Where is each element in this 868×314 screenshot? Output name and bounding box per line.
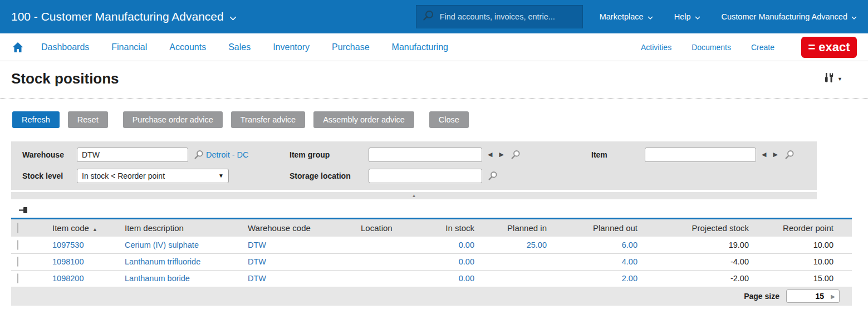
- col-reorder-point[interactable]: Reorder point: [749, 219, 833, 237]
- nav-item-purchase[interactable]: Purchase: [332, 42, 370, 52]
- warehouse-search-icon[interactable]: [194, 150, 204, 160]
- row-checkbox[interactable]: [17, 240, 18, 250]
- reorder-point-cell: 10.00: [749, 253, 833, 270]
- item-label: Item: [579, 150, 645, 159]
- stock-positions-page: 100 - Customer Manufacturing Advanced Ma…: [0, 0, 868, 314]
- item-group-next-icon[interactable]: ▶: [499, 151, 503, 158]
- exact-logo-equals: =: [808, 40, 815, 55]
- grid-footer: Page size ▶: [11, 287, 852, 306]
- row-select-cell: [11, 253, 41, 270]
- planned-out-link[interactable]: 4.00: [547, 253, 637, 270]
- assembly-order-advice-button[interactable]: Assembly order advice: [313, 111, 414, 128]
- projected-stock-cell: 19.00: [637, 237, 749, 253]
- reorder-point-cell: 15.00: [749, 270, 833, 287]
- nav-item-create[interactable]: Create: [751, 43, 774, 52]
- location-cell: [334, 253, 406, 270]
- col-planned-in[interactable]: Planned in: [474, 219, 547, 237]
- chevron-down-icon: [229, 10, 237, 23]
- title-bar: Stock positions ▼: [0, 61, 868, 99]
- row-select-cell: [11, 270, 41, 287]
- menu-marketplace-label: Marketplace: [600, 12, 644, 21]
- planned-in-link[interactable]: [474, 270, 547, 287]
- nav-item-activities[interactable]: Activities: [641, 43, 671, 52]
- projected-stock-cell: -4.00: [637, 253, 749, 270]
- reset-button[interactable]: Reset: [68, 111, 108, 128]
- menu-help[interactable]: Help: [674, 12, 700, 21]
- in-stock-link[interactable]: 0.00: [406, 237, 474, 253]
- home-icon[interactable]: [11, 41, 26, 54]
- col-item-code[interactable]: Item code▲: [41, 219, 114, 237]
- menu-user-company-label: Customer Manufacturing Advanced: [722, 12, 848, 21]
- filter-item: Item ◀ ▶: [579, 147, 817, 162]
- filter-panel: Warehouse Detroit - DC Item group ◀ ▶ It…: [11, 141, 817, 190]
- nav-item-dashboards[interactable]: Dashboards: [41, 42, 89, 52]
- item-group-label: Item group: [290, 150, 369, 159]
- company-selector[interactable]: 100 - Customer Manufacturing Advanced: [11, 10, 237, 23]
- item-description-link[interactable]: Lanthanum boride: [114, 270, 237, 287]
- nav-item-accounts[interactable]: Accounts: [169, 42, 206, 52]
- chevron-down-icon: [648, 12, 653, 21]
- page-size-next-icon[interactable]: ▶: [831, 293, 835, 300]
- item-description-link[interactable]: Lanthanum trifluoride: [114, 253, 237, 270]
- close-button[interactable]: Close: [429, 111, 469, 128]
- select-all-checkbox[interactable]: [17, 223, 18, 233]
- global-search-box[interactable]: [416, 5, 583, 28]
- col-planned-out[interactable]: Planned out: [547, 219, 637, 237]
- col-location[interactable]: Location: [334, 219, 406, 237]
- item-code-link[interactable]: 1097530: [41, 237, 114, 253]
- warehouse-code-link[interactable]: DTW: [237, 270, 334, 287]
- collapse-filters-bar[interactable]: ▲: [11, 192, 817, 199]
- item-code-link[interactable]: 1098200: [41, 270, 114, 287]
- item-search-icon[interactable]: [784, 150, 795, 160]
- row-checkbox[interactable]: [17, 257, 18, 267]
- refresh-button[interactable]: Refresh: [12, 111, 60, 128]
- tools-icon: [823, 72, 834, 85]
- warehouse-description-link[interactable]: Detroit - DC: [206, 150, 249, 159]
- item-group-input[interactable]: [369, 148, 482, 162]
- page-size-input[interactable]: [791, 292, 824, 301]
- planned-out-link[interactable]: 2.00: [547, 270, 637, 287]
- col-in-stock[interactable]: In stock: [406, 219, 474, 237]
- planned-out-link[interactable]: 6.00: [547, 237, 637, 253]
- warehouse-code-link[interactable]: DTW: [237, 253, 334, 270]
- customize-menu-button[interactable]: ▼: [823, 72, 857, 85]
- pin-icon[interactable]: [19, 206, 28, 216]
- col-warehouse-code[interactable]: Warehouse code: [237, 219, 334, 237]
- filter-warehouse: Warehouse Detroit - DC: [11, 147, 290, 162]
- menu-marketplace[interactable]: Marketplace: [600, 12, 653, 21]
- nav-item-sales[interactable]: Sales: [228, 42, 251, 52]
- select-all-cell: [11, 219, 41, 237]
- stock-level-select[interactable]: In stock < Reorder point ▼: [77, 169, 229, 183]
- item-group-prev-icon[interactable]: ◀: [488, 151, 492, 158]
- row-checkbox[interactable]: [17, 273, 18, 283]
- warehouse-input[interactable]: [77, 148, 188, 162]
- caret-down-icon: ▼: [837, 76, 842, 82]
- col-item-description[interactable]: Item description: [114, 219, 237, 237]
- filter-item-group: Item group ◀ ▶: [290, 147, 579, 162]
- item-description-link[interactable]: Cerium (IV) sulphate: [114, 237, 237, 253]
- search-input[interactable]: [440, 12, 577, 21]
- storage-location-input[interactable]: [369, 169, 482, 183]
- col-projected-stock[interactable]: Projected stock: [637, 219, 749, 237]
- in-stock-link[interactable]: 0.00: [406, 253, 474, 270]
- row-spacer: [833, 270, 852, 287]
- row-spacer: [833, 253, 852, 270]
- warehouse-code-link[interactable]: DTW: [237, 237, 334, 253]
- transfer-advice-button[interactable]: Transfer advice: [231, 111, 305, 128]
- planned-in-link[interactable]: [474, 253, 547, 270]
- storage-location-search-icon[interactable]: [488, 171, 498, 181]
- filter-stock-level: Stock level In stock < Reorder point ▼: [11, 168, 290, 183]
- item-input[interactable]: [645, 148, 756, 162]
- nav-item-documents[interactable]: Documents: [692, 43, 731, 52]
- item-group-search-icon[interactable]: [511, 150, 521, 160]
- menu-user-company[interactable]: Customer Manufacturing Advanced: [722, 12, 857, 21]
- item-code-link[interactable]: 1098100: [41, 253, 114, 270]
- purchase-order-advice-button[interactable]: Purchase order advice: [123, 111, 223, 128]
- planned-in-link[interactable]: 25.00: [474, 237, 547, 253]
- item-prev-icon[interactable]: ◀: [762, 151, 766, 158]
- item-next-icon[interactable]: ▶: [773, 151, 777, 158]
- in-stock-link[interactable]: 0.00: [406, 270, 474, 287]
- nav-item-inventory[interactable]: Inventory: [273, 42, 310, 52]
- nav-item-manufacturing[interactable]: Manufacturing: [392, 42, 448, 52]
- nav-item-financial[interactable]: Financial: [111, 42, 147, 52]
